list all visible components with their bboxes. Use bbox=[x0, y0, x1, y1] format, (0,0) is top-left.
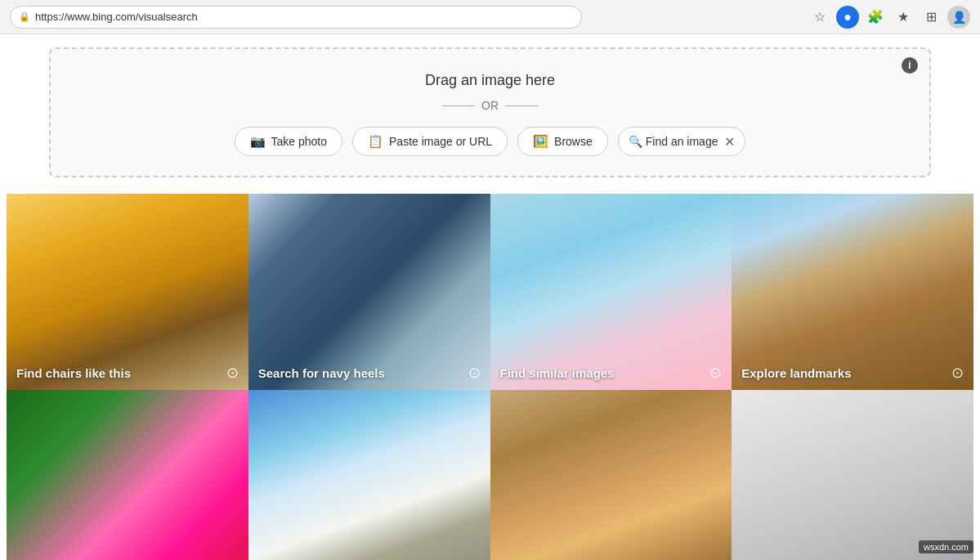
watermark: wsxdn.com bbox=[919, 540, 973, 553]
action-buttons: 📷 Take photo 📋 Paste image or URL 🖼️ Bro… bbox=[67, 127, 913, 156]
browser-chrome: 🔒 https://www.bing.com/visualsearch ☆ ● … bbox=[0, 0, 980, 34]
camera-icon: 📷 bbox=[250, 134, 266, 149]
drag-text: Drag an image here bbox=[67, 72, 913, 89]
or-line-right bbox=[505, 105, 538, 106]
grid-item-sphinx[interactable]: Explore landmarks ⊙ bbox=[732, 194, 973, 390]
heels-label: Search for navy heels bbox=[258, 366, 385, 380]
search-icon: 🔍 bbox=[629, 135, 642, 148]
paste-image-button[interactable]: 📋 Paste image or URL bbox=[352, 127, 508, 156]
sphinx-label: Explore landmarks bbox=[741, 366, 851, 380]
find-image-input[interactable]: 🔍 Find an image ✕ bbox=[618, 127, 746, 156]
flower-scan-icon: ⊙ bbox=[709, 364, 722, 382]
heels-scan-icon: ⊙ bbox=[468, 364, 481, 382]
extensions-button[interactable]: 🧩 bbox=[864, 6, 887, 29]
flower-label: Find similar images bbox=[500, 366, 615, 380]
lock-icon: 🔒 bbox=[19, 11, 30, 22]
page-content: i Drag an image here OR 📷 Take photo 📋 P… bbox=[0, 34, 980, 560]
url-text: https://www.bing.com/visualsearch bbox=[35, 11, 198, 23]
info-button[interactable]: i bbox=[902, 57, 918, 74]
grid-item-heels[interactable]: Search for navy heels ⊙ bbox=[248, 194, 490, 390]
user-profile-button[interactable]: 👤 bbox=[947, 6, 970, 29]
collections-button[interactable]: ⊞ bbox=[920, 6, 942, 29]
favorites-button[interactable]: ★ bbox=[892, 6, 915, 29]
drop-zone[interactable]: i Drag an image here OR 📷 Take photo 📋 P… bbox=[49, 47, 931, 177]
chair-label: Find chairs like this bbox=[16, 366, 131, 380]
close-button[interactable]: ✕ bbox=[724, 134, 735, 150]
grid-item-flower[interactable]: Find similar images ⊙ bbox=[490, 194, 732, 390]
browser-icons: ☆ ● 🧩 ★ ⊞ 👤 bbox=[808, 6, 970, 29]
paste-icon: 📋 bbox=[368, 134, 383, 149]
sphinx-scan-icon: ⊙ bbox=[951, 364, 964, 382]
grid-item-temple[interactable] bbox=[248, 390, 490, 560]
grid-item-tulips[interactable] bbox=[7, 390, 248, 560]
or-text: OR bbox=[481, 99, 499, 112]
image-grid-row2 bbox=[0, 390, 980, 560]
grid-item-lamp[interactable] bbox=[732, 390, 973, 560]
image-grid-row1: Find chairs like this ⊙ Search for navy … bbox=[0, 194, 980, 390]
profile-button[interactable]: ● bbox=[836, 6, 859, 29]
browse-button[interactable]: 🖼️ Browse bbox=[517, 127, 608, 156]
browse-icon: 🖼️ bbox=[533, 134, 548, 149]
address-bar[interactable]: 🔒 https://www.bing.com/visualsearch bbox=[10, 6, 582, 29]
grid-item-puppy[interactable] bbox=[490, 390, 732, 560]
grid-item-chair[interactable]: Find chairs like this ⊙ bbox=[7, 194, 248, 390]
or-line-left bbox=[442, 105, 475, 106]
star-button[interactable]: ☆ bbox=[808, 6, 831, 29]
or-divider: OR bbox=[67, 99, 913, 112]
chair-scan-icon: ⊙ bbox=[226, 364, 239, 382]
take-photo-button[interactable]: 📷 Take photo bbox=[235, 127, 343, 156]
drop-zone-wrapper: i Drag an image here OR 📷 Take photo 📋 P… bbox=[0, 34, 980, 194]
